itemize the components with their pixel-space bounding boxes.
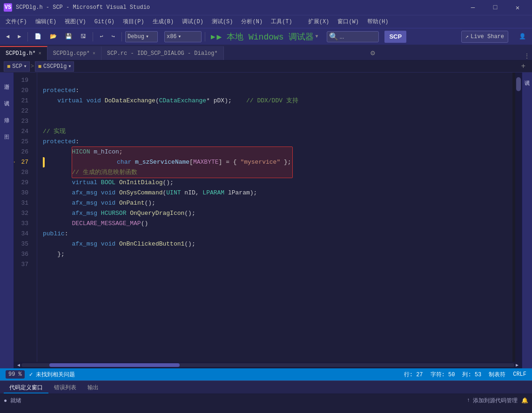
open-file-button[interactable]: 📂 bbox=[47, 31, 60, 43]
toolbar-sep-3 bbox=[121, 32, 122, 41]
status-row[interactable]: 行: 27 bbox=[404, 371, 423, 379]
tab-settings-button[interactable]: ⚙ bbox=[367, 46, 379, 60]
tab-scpdlg-cpp-close[interactable]: × bbox=[93, 51, 95, 56]
menu-git[interactable]: Git(G) bbox=[91, 17, 118, 27]
live-share-button[interactable]: ↗ Live Share bbox=[461, 31, 508, 43]
breadcrumb-project[interactable]: ◼ SCP ▼ bbox=[4, 61, 30, 72]
breadcrumb-project-arrow: ▼ bbox=[24, 64, 27, 68]
tab-scpdlg-h[interactable]: SCPDlg.h* × bbox=[0, 46, 47, 60]
breadcrumb-expand-button[interactable]: + bbox=[518, 62, 528, 71]
menu-help[interactable]: 帮助(H) bbox=[364, 16, 392, 27]
code-line-25: protected: bbox=[43, 137, 512, 147]
sidebar-icon-3[interactable]: 浮动 bbox=[1, 108, 13, 119]
sidebar-icon-2[interactable]: 调试 bbox=[1, 91, 13, 102]
code-line-35: afx_msg void OnBnClickedButton1(); bbox=[43, 239, 512, 249]
tab-scpdlg-cpp[interactable]: SCPDlg.cpp* × bbox=[47, 46, 101, 60]
menu-edit[interactable]: 编辑(E) bbox=[32, 16, 61, 27]
search-input[interactable] bbox=[339, 33, 377, 40]
line-num-33: 33 bbox=[14, 219, 32, 229]
maximize-button[interactable]: □ bbox=[485, 0, 506, 15]
bell-icon[interactable]: 🔔 bbox=[521, 397, 528, 404]
close-button[interactable]: ✕ bbox=[507, 0, 528, 15]
status-bar: 99 % ✓ 未找到相关问题 行: 27 字符: 50 列: 53 制表符 CR… bbox=[0, 368, 532, 380]
status-zoom[interactable]: 99 % bbox=[6, 370, 25, 379]
right-panel: 调试 bbox=[522, 73, 532, 368]
status-text[interactable]: 未找到相关问题 bbox=[36, 371, 75, 379]
save-button[interactable]: 💾 bbox=[62, 31, 75, 43]
platform-label: x86 bbox=[167, 33, 177, 40]
h-scroll-track[interactable] bbox=[21, 363, 514, 367]
panel-tab-output[interactable]: 输出 bbox=[82, 382, 104, 393]
main-area: 渐进 调试 浮动 图 19 20 21 22 23 24 25 26 27 28… bbox=[0, 73, 532, 368]
new-file-button[interactable]: 📄 bbox=[31, 31, 45, 43]
minimize-button[interactable]: — bbox=[462, 0, 484, 15]
menu-extension[interactable]: 扩展(X) bbox=[304, 16, 333, 27]
menu-view[interactable]: 视图(V) bbox=[61, 16, 90, 27]
toolbar-sep-1 bbox=[27, 32, 28, 41]
line-numbers: 19 20 21 22 23 24 25 26 27 28 29 30 31 3… bbox=[14, 73, 37, 362]
vs-icon: VS bbox=[4, 3, 12, 12]
tab-scp-rc[interactable]: SCP.rc - IDD_SCP_DIALOG - Dialog* bbox=[101, 46, 224, 60]
line-num-36: 36 bbox=[14, 249, 32, 260]
platform-dropdown[interactable]: x86 ▼ bbox=[164, 31, 202, 42]
live-share-icon: ↗ bbox=[465, 33, 469, 40]
code-content[interactable]: protected: virtual void DoDataExchange(C… bbox=[37, 73, 512, 362]
v-scrollbar[interactable] bbox=[515, 73, 522, 362]
h-scroll-thumb[interactable] bbox=[49, 363, 180, 367]
code-line-27: char m_szServiceName[MAXBYTE] = { "myser… bbox=[43, 157, 512, 167]
h-scroll-left-arrow[interactable]: ◀ bbox=[16, 362, 21, 368]
undo-button[interactable]: ↩ bbox=[96, 31, 106, 43]
h-scroll-right-arrow[interactable]: ▶ bbox=[514, 362, 520, 368]
sidebar-icon-1[interactable]: 渐进 bbox=[1, 74, 13, 86]
menu-debug[interactable]: 调试(D) bbox=[178, 16, 207, 27]
menu-analyze[interactable]: 分析(N) bbox=[237, 16, 266, 27]
code-line-23 bbox=[43, 116, 512, 127]
sidebar-icon-4[interactable]: 图 bbox=[1, 125, 13, 136]
menu-tools[interactable]: 工具(T) bbox=[267, 16, 296, 27]
title-bar-left: VS SCPDlg.h - SCP - Microsoft Visual Stu… bbox=[4, 3, 150, 12]
line-num-37: 37 bbox=[14, 260, 32, 270]
current-line-indicator bbox=[43, 157, 45, 167]
title-bar-controls: — □ ✕ bbox=[462, 0, 528, 15]
ready-status: ● 就绪 bbox=[4, 397, 21, 405]
tab-scpdlg-h-label: SCPDlg.h* bbox=[6, 50, 36, 57]
menu-window[interactable]: 窗口(W) bbox=[334, 16, 363, 27]
tab-scpdlg-cpp-label: SCPDlg.cpp* bbox=[53, 50, 90, 57]
status-char[interactable]: 字符: 50 bbox=[431, 371, 455, 379]
toolbar: ◀ ▶ 📄 📂 💾 🖫 ↩ ↪ Debug ▼ x86 ▼ ▶ ▶ 本地 Win… bbox=[0, 28, 532, 45]
code-line-32: afx_msg HCURSOR OnQueryDragIcon(); bbox=[43, 208, 512, 219]
panel-tab-errors[interactable]: 错误列表 bbox=[48, 382, 82, 393]
back-button[interactable]: ◀ bbox=[3, 31, 13, 43]
menu-file[interactable]: 文件(F) bbox=[2, 16, 31, 27]
panel-tab-code-def[interactable]: 代码定义窗口 bbox=[4, 382, 48, 393]
tab-scpdlg-h-close[interactable]: × bbox=[39, 51, 41, 56]
status-col[interactable]: 列: 53 bbox=[462, 371, 481, 379]
v-scroll-thumb[interactable] bbox=[516, 77, 521, 91]
tab-menu-button[interactable]: ⋮ bbox=[522, 52, 532, 60]
code-line-21: virtual void DoDataExchange(CDataExchang… bbox=[43, 96, 512, 106]
menu-build[interactable]: 生成(B) bbox=[149, 16, 178, 27]
run-button[interactable]: ▶ ▶ 本地 Windows 调试器 ▼ bbox=[209, 31, 321, 43]
code-line-33: DECLARE_MESSAGE_MAP() bbox=[43, 219, 512, 229]
profile-button[interactable]: 👤 bbox=[516, 31, 529, 43]
run-label: ▶ 本地 Windows 调试器 bbox=[217, 31, 314, 42]
scp-button[interactable]: SCP bbox=[384, 31, 406, 43]
code-line-34: public: bbox=[43, 229, 512, 239]
toolbar-sep-2 bbox=[93, 32, 93, 41]
status-encoding[interactable]: CRLF bbox=[513, 371, 526, 378]
menu-project[interactable]: 项目(P) bbox=[119, 16, 148, 27]
tab-scp-rc-label: SCP.rc - IDD_SCP_DIALOG - Dialog* bbox=[107, 50, 218, 57]
status-tab[interactable]: 制表符 bbox=[489, 371, 505, 379]
code-line-37 bbox=[43, 260, 512, 270]
h-scrollbar[interactable]: ◀ ▶ bbox=[14, 362, 522, 368]
menu-test[interactable]: 测试(S) bbox=[208, 16, 237, 27]
add-to-source-button[interactable]: ↑ 添加到源代码管理 bbox=[467, 397, 518, 405]
redo-button[interactable]: ↪ bbox=[108, 31, 118, 43]
code-scroll[interactable]: 19 20 21 22 23 24 25 26 27 28 29 30 31 3… bbox=[14, 73, 522, 362]
save-all-button[interactable]: 🖫 bbox=[77, 31, 89, 43]
breadcrumb-class[interactable]: ◼ CSCPDlg ▼ bbox=[35, 61, 74, 72]
status-right: 行: 27 字符: 50 列: 53 制表符 CRLF bbox=[404, 371, 526, 379]
forward-button[interactable]: ▶ bbox=[14, 31, 24, 43]
debug-config-dropdown[interactable]: Debug ▼ bbox=[125, 31, 158, 42]
right-panel-icon-1[interactable]: 调试 bbox=[522, 74, 532, 78]
